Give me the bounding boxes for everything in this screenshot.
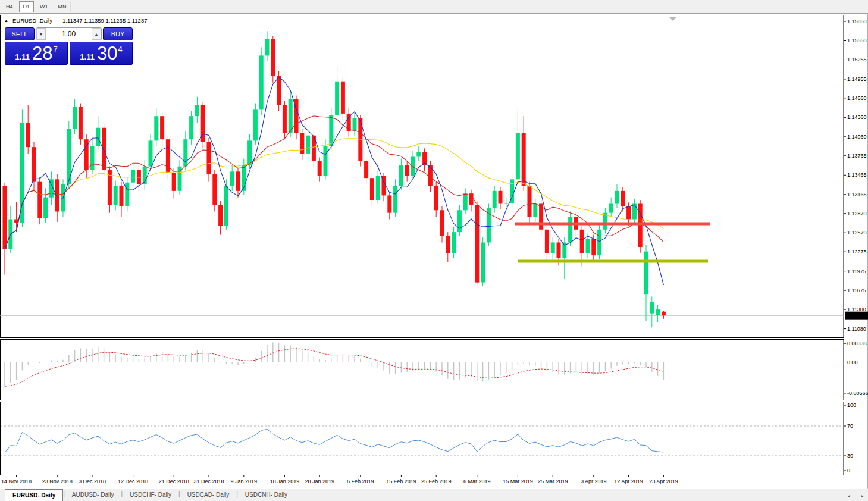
price-axis: 1.158501.155501.152551.149551.146601.143… [844, 18, 868, 332]
symbol-tab-eurusd[interactable]: EURUSD- Daily [5, 489, 63, 501]
arrow-right-icon [860, 494, 864, 498]
collapse-panel-icon[interactable]: ▲ [4, 18, 8, 23]
date-axis-label: 12 Dec 2018 [118, 478, 148, 484]
arrow-left-icon [847, 494, 851, 498]
sell-price-pip: 7 [53, 45, 57, 54]
volume-decrease-button[interactable]: ▼ [36, 28, 46, 40]
candle-body [43, 198, 48, 218]
candle-body [318, 161, 322, 176]
date-axis-label: 15 Feb 2019 [386, 478, 416, 484]
date-axis-label: 28 Jan 2019 [305, 478, 334, 484]
volume-input[interactable] [46, 28, 92, 40]
candle-body [580, 230, 584, 253]
buy-price-panel[interactable]: 1.11 30 4 [70, 42, 133, 65]
symbol-tab-usdcnh[interactable]: USDCNH- Daily [238, 489, 294, 501]
price-axis-label: 1.11380 [847, 306, 866, 312]
chevron-up-icon: ▲ [95, 32, 99, 36]
date-axis-label: 23 Apr 2019 [649, 478, 678, 484]
candle-body [125, 183, 129, 206]
candle-body [341, 82, 345, 114]
candle-body [662, 312, 666, 315]
timeframe-tab-w1[interactable]: W1 [36, 1, 52, 12]
candle-body [457, 210, 462, 232]
price-axis-label: 1.13765 [847, 153, 867, 159]
candle-body [376, 176, 380, 200]
candle-body [481, 242, 485, 282]
candle-body [224, 186, 228, 226]
candle-body [212, 174, 217, 205]
rsi-panel[interactable] [1, 402, 844, 475]
candle-body [551, 242, 555, 253]
candle-body [644, 252, 648, 294]
candle-body [428, 165, 433, 186]
candle-body [183, 139, 187, 166]
candle-body [452, 232, 456, 253]
candle-body [277, 76, 281, 105]
macd-axis-label: 0.003383 [847, 340, 868, 346]
price-axis-label: 1.11675 [847, 287, 866, 293]
sell-price-panel[interactable]: 1.11 28 7 [5, 42, 68, 65]
price-axis-label: 1.13465 [847, 172, 867, 178]
price-axis-label: 1.15255 [847, 57, 867, 62]
chart-canvas[interactable]: MACD(12,26,9) -0.002950 -0.001052 RSI(14… [0, 0, 868, 501]
candle-body [236, 171, 240, 190]
date-axis-label: 15 Mar 2019 [503, 478, 533, 484]
date-axis-label: 14 Nov 2018 [1, 478, 32, 484]
candle-body [499, 191, 503, 204]
rsi-axis-label: 100 [847, 402, 856, 408]
timeframe-tab-d1[interactable]: D1 [19, 1, 35, 12]
macd-panel[interactable] [1, 340, 844, 400]
candle-body [463, 193, 468, 210]
timeframe-tab-h4[interactable]: H4 [2, 1, 17, 12]
candle-body [370, 178, 374, 200]
symbol-tab-usdchf[interactable]: USDCHF- Daily [123, 489, 178, 501]
price-axis-label: 1.12275 [847, 249, 867, 255]
candle-body [656, 309, 660, 315]
candle-body [20, 123, 24, 223]
candle-body [259, 55, 264, 109]
date-axis-label: 25 Feb 2019 [421, 478, 452, 484]
date-axis-label: 9 Jan 2019 [231, 478, 258, 484]
candle-body [160, 116, 164, 139]
tab-scroll-left-button[interactable] [847, 493, 851, 499]
buy-button[interactable]: BUY [103, 27, 133, 40]
timeframe-tab-mn[interactable]: MN [54, 1, 71, 12]
candle-body [207, 142, 211, 174]
volume-increase-button[interactable]: ▲ [92, 28, 101, 40]
candle-body [638, 203, 643, 247]
candle-body [533, 203, 537, 217]
candle-body [440, 210, 444, 236]
symbol-tabs: EURUSD- Daily|AUDUSD- Daily|USDCHF- Dail… [0, 489, 294, 501]
candle-body [329, 115, 333, 146]
sell-button[interactable]: SELL [5, 27, 35, 40]
chevron-down-icon: ▼ [39, 32, 43, 36]
rsi-axis-label: 30 [847, 453, 853, 459]
candle-body [120, 186, 124, 206]
candle-body [411, 156, 415, 176]
candle-body [586, 239, 590, 253]
candle-body [434, 186, 438, 210]
candle-body [131, 170, 135, 183]
symbol-tab-usdcad[interactable]: USDCAD- Daily [180, 489, 237, 501]
buy-price-pip: 4 [118, 45, 122, 54]
sell-price-prefix: 1.11 [15, 52, 30, 61]
candle-body [253, 109, 258, 140]
rsi-axis: 10070300 [844, 402, 856, 474]
price-axis-label: 1.11975 [847, 268, 866, 274]
candle-body [528, 186, 532, 217]
price-axis-label: 1.13165 [847, 192, 867, 198]
symbol-tab-audusd[interactable]: AUDUSD- Daily [65, 489, 121, 501]
macd-axis-label: 0.00 [847, 359, 858, 365]
rsi-axis-label: 70 [847, 423, 853, 429]
candle-body [597, 230, 601, 255]
candle-body [568, 217, 572, 242]
candle-body [195, 105, 199, 116]
candle-body [353, 118, 357, 131]
tab-scroll-right-button[interactable] [860, 493, 864, 499]
date-axis-label: 6 Mar 2019 [463, 478, 491, 484]
candle-body [230, 171, 234, 186]
candle-body [300, 133, 304, 154]
date-axis: 14 Nov 201823 Nov 20183 Dec 201812 Dec 2… [1, 475, 678, 484]
candle-body [306, 136, 310, 154]
candle-body [96, 128, 100, 146]
